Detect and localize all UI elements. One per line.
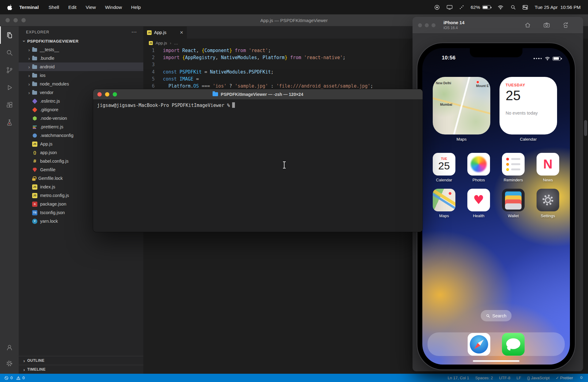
- close-button[interactable]: [6, 18, 10, 22]
- battery-icon: [482, 5, 491, 9]
- display-icon[interactable]: [447, 5, 453, 10]
- tree-item-android[interactable]: ›android: [19, 62, 143, 71]
- app-wallet[interactable]: Wallet: [502, 189, 525, 218]
- app-reminders[interactable]: Reminders: [502, 153, 525, 182]
- formatter[interactable]: ✓ Prettier: [556, 376, 573, 380]
- more-actions-icon[interactable]: ⋯: [131, 31, 137, 33]
- minimize-button[interactable]: [105, 92, 109, 96]
- close-icon[interactable]: ×: [180, 30, 183, 35]
- code-text: const IMAGE =: [163, 76, 199, 83]
- extensions-activity-icon[interactable]: [0, 96, 19, 114]
- source-control-activity-icon[interactable]: [0, 61, 19, 79]
- terminal-title-bar[interactable]: PSPDFKitImageViewer — -zsh — 120×24: [93, 89, 423, 100]
- language-mode[interactable]: {} JavaScript: [527, 376, 550, 380]
- battery-status[interactable]: 62%: [471, 5, 491, 10]
- rotate-icon[interactable]: [562, 22, 569, 28]
- tree-item--tests-[interactable]: ›__tests__: [19, 45, 143, 54]
- simulator-title-bar[interactable]: iPhone 14 iOS 16.4: [413, 17, 583, 34]
- calendar-widget[interactable]: TUESDAY 25 No events today: [499, 77, 557, 134]
- chevron-right-icon: ›: [26, 90, 32, 95]
- tree-item--bundle[interactable]: ›.bundle: [19, 54, 143, 62]
- minimize-button[interactable]: [425, 23, 429, 27]
- folder-icon: [32, 91, 37, 95]
- search-icon: [6, 49, 13, 57]
- tree-item-node-modules[interactable]: ›node_modules: [19, 80, 143, 88]
- photos-app-icon: [467, 153, 490, 176]
- calendar-status: No events today: [506, 111, 551, 115]
- menu-item-edit[interactable]: Edit: [68, 5, 77, 10]
- iphone-screen[interactable]: 10:56 New DelhiMount EMumbai Maps TUESDA…: [422, 48, 570, 365]
- maps-widget[interactable]: New DelhiMount EMumbai: [433, 77, 490, 134]
- safari-app-icon[interactable]: [468, 333, 490, 356]
- app-maps[interactable]: Maps: [433, 189, 455, 218]
- breadcrumb-file[interactable]: App.js: [156, 41, 167, 45]
- terminal-cursor: [232, 102, 235, 108]
- iphone-frame: 10:56 New DelhiMount EMumbai Maps TUESDA…: [417, 43, 575, 369]
- home-indicator[interactable]: [473, 360, 519, 362]
- wifi-icon[interactable]: [497, 5, 504, 10]
- timeline-section[interactable]: › TIMELINE: [19, 365, 143, 374]
- close-button[interactable]: [418, 23, 422, 27]
- problems-indicator[interactable]: 0 0: [4, 376, 26, 380]
- terminal-title-text: PSPDFKitImageViewer — -zsh — 120×24: [221, 92, 303, 97]
- eol[interactable]: LF: [516, 376, 521, 380]
- accounts-icon[interactable]: [0, 339, 19, 355]
- gem-icon: [32, 168, 37, 172]
- spotlight-icon[interactable]: [511, 5, 516, 10]
- outline-section[interactable]: › OUTLINE: [19, 356, 143, 365]
- terminal-body[interactable]: jigsaw@jigsaws-MacBook-Pro PSPDFKitImage…: [93, 100, 423, 232]
- apple-menu[interactable]: [7, 4, 13, 10]
- settings-gear[interactable]: [0, 355, 19, 371]
- menu-item-help[interactable]: Help: [131, 5, 141, 10]
- tab-appjs[interactable]: JS App.js ×: [143, 26, 187, 39]
- tree-item-ios[interactable]: ›ios: [19, 71, 143, 80]
- notifications[interactable]: [579, 376, 584, 380]
- file-label: Gemfile: [40, 167, 55, 172]
- camera-icon[interactable]: [543, 22, 550, 28]
- minimize-button[interactable]: [13, 18, 18, 22]
- home-icon[interactable]: [524, 22, 531, 28]
- indentation[interactable]: Spaces: 2: [475, 376, 493, 380]
- zoom-button[interactable]: [432, 23, 435, 27]
- explorer-activity-icon[interactable]: [0, 26, 19, 44]
- spotlight-search-pill[interactable]: Search: [481, 310, 512, 321]
- project-name: PSPDFKITIMAGEVIEWER: [27, 39, 79, 43]
- project-root[interactable]: › PSPDFKITIMAGEVIEWER: [19, 37, 143, 45]
- folder-icon: [213, 92, 218, 96]
- app-news[interactable]: NNews: [537, 153, 559, 182]
- close-button[interactable]: [97, 92, 102, 96]
- encoding[interactable]: UTF-8: [499, 376, 511, 380]
- editor-scrollbar[interactable]: [584, 120, 587, 136]
- messages-app-icon[interactable]: [502, 333, 525, 356]
- app-label: Reminders: [504, 178, 523, 182]
- flask-icon: [6, 119, 13, 127]
- control-center-icon[interactable]: [522, 5, 528, 10]
- run-debug-activity-icon[interactable]: [0, 79, 19, 96]
- record-stop-icon[interactable]: [434, 5, 440, 10]
- app-menu-terminal[interactable]: Terminal: [19, 5, 39, 10]
- app-photos[interactable]: Photos: [467, 153, 490, 182]
- search-activity-icon[interactable]: [0, 44, 19, 61]
- app-health[interactable]: ♥Health: [467, 189, 490, 218]
- simulator-toolbar: [524, 22, 578, 28]
- bell-icon: [579, 376, 584, 380]
- reminder-lines: [506, 158, 520, 171]
- apple-icon: [7, 4, 13, 10]
- breadcrumb-symbol[interactable]: …: [174, 41, 178, 45]
- menu-item-view[interactable]: View: [86, 5, 96, 10]
- menu-item-window[interactable]: Window: [105, 5, 122, 10]
- app-calendar[interactable]: TUE25Calendar: [433, 153, 455, 182]
- dots-icon[interactable]: [459, 5, 464, 9]
- file-label: App.js: [40, 142, 52, 146]
- error-icon: [4, 376, 9, 380]
- menu-clock[interactable]: Tue 25 Apr 10:56 PM: [535, 5, 581, 10]
- zoom-button[interactable]: [21, 18, 26, 22]
- menu-item-shell[interactable]: Shell: [48, 5, 59, 10]
- activity-bar-bottom: [0, 339, 19, 371]
- flower-icon: [471, 156, 487, 172]
- zoom-button[interactable]: [113, 92, 117, 96]
- app-settings[interactable]: Settings: [537, 189, 559, 218]
- testing-activity-icon[interactable]: [0, 114, 19, 131]
- cursor-position[interactable]: Ln 17, Col 1: [448, 376, 469, 380]
- terminal-window[interactable]: PSPDFKitImageViewer — -zsh — 120×24 jigs…: [93, 89, 423, 232]
